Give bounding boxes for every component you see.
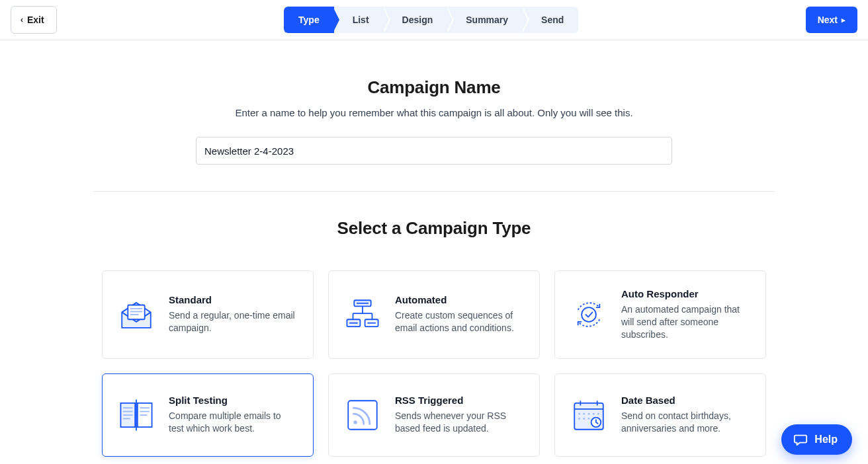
- card-body: Automated Create custom sequences of ema…: [395, 294, 525, 334]
- svg-point-26: [353, 420, 357, 424]
- card-date-based[interactable]: Date Based Send on contact birthdays, an…: [554, 373, 766, 457]
- card-rss-triggered[interactable]: RSS Triggered Sends whenever your RSS ba…: [328, 373, 540, 457]
- card-title: Automated: [395, 294, 525, 305]
- card-desc: Send a regular, one-time email campaign.: [169, 309, 298, 334]
- help-button[interactable]: Help: [781, 424, 852, 455]
- card-desc: Sends whenever your RSS based feed is up…: [395, 410, 525, 435]
- split-icon: [117, 396, 155, 434]
- svg-point-32: [583, 413, 585, 415]
- wizard-step-send[interactable]: Send: [523, 7, 578, 33]
- exit-label: Exit: [27, 15, 44, 25]
- campaign-name-input-wrap: [93, 137, 775, 192]
- chat-icon: [793, 432, 808, 447]
- calendar-icon: [570, 396, 608, 434]
- card-desc: Create custom sequences of email actions…: [395, 309, 525, 334]
- card-body: Date Based Send on contact birthdays, an…: [621, 395, 751, 435]
- wizard-step-design[interactable]: Design: [384, 7, 448, 33]
- wizard-step-summary[interactable]: Summary: [447, 7, 523, 33]
- svg-point-31: [578, 413, 580, 415]
- wizard-step-label: List: [353, 15, 369, 25]
- svg-point-34: [593, 413, 595, 415]
- card-auto-responder[interactable]: Auto Responder An automated campaign tha…: [554, 270, 766, 359]
- wizard-step-label: Type: [298, 15, 320, 25]
- card-split-testing[interactable]: Split Testing Compare multiple emails to…: [102, 373, 314, 457]
- card-title: RSS Triggered: [395, 395, 525, 406]
- next-label: Next: [818, 15, 838, 25]
- main-content: Campaign Name Enter a name to help you r…: [93, 40, 775, 457]
- svg-point-37: [583, 418, 585, 420]
- next-button[interactable]: Next ▸: [806, 7, 857, 33]
- header-bar: ‹ Exit Type List Design Summary Send Nex…: [0, 0, 868, 40]
- rss-icon: [343, 396, 382, 434]
- svg-point-35: [597, 413, 599, 415]
- svg-point-33: [588, 413, 590, 415]
- card-standard[interactable]: Standard Send a regular, one-time email …: [102, 270, 314, 359]
- card-title: Auto Responder: [621, 288, 751, 299]
- wizard-step-list[interactable]: List: [334, 7, 384, 33]
- svg-point-36: [578, 418, 580, 420]
- wizard-step-label: Send: [541, 15, 564, 25]
- envelope-icon: [117, 295, 155, 334]
- card-title: Date Based: [621, 395, 751, 406]
- wizard-step-type[interactable]: Type: [284, 7, 334, 33]
- campaign-name-subtitle: Enter a name to help you remember what t…: [93, 107, 775, 118]
- card-body: Split Testing Compare multiple emails to…: [169, 395, 298, 435]
- wizard-step-label: Summary: [466, 15, 508, 25]
- svg-rect-25: [348, 401, 377, 430]
- wizard-steps: Type List Design Summary Send: [284, 7, 578, 33]
- card-body: Auto Responder An automated campaign tha…: [621, 288, 751, 341]
- card-desc: An automated campaign that will send aft…: [621, 303, 751, 341]
- card-title: Standard: [169, 294, 298, 305]
- svg-point-38: [588, 418, 590, 420]
- card-desc: Compare multiple emails to test which wo…: [169, 410, 298, 435]
- exit-button[interactable]: ‹ Exit: [11, 6, 57, 34]
- campaign-name-input[interactable]: [196, 137, 672, 165]
- card-automated[interactable]: Automated Create custom sequences of ema…: [328, 270, 540, 359]
- help-label: Help: [814, 434, 838, 445]
- chevron-right-icon: ▸: [842, 16, 846, 24]
- card-body: RSS Triggered Sends whenever your RSS ba…: [395, 395, 525, 435]
- campaign-name-title: Campaign Name: [93, 77, 775, 98]
- svg-point-14: [582, 307, 596, 322]
- card-title: Split Testing: [169, 395, 298, 406]
- chevron-left-icon: ‹: [21, 15, 23, 24]
- wizard-step-label: Design: [402, 15, 433, 25]
- responder-icon: [570, 295, 608, 334]
- card-body: Standard Send a regular, one-time email …: [169, 294, 298, 334]
- campaign-type-grid: Standard Send a regular, one-time email …: [93, 270, 775, 457]
- flow-icon: [343, 295, 382, 334]
- card-desc: Send on contact birthdays, anniversaries…: [621, 410, 751, 435]
- select-type-title: Select a Campaign Type: [93, 218, 775, 239]
